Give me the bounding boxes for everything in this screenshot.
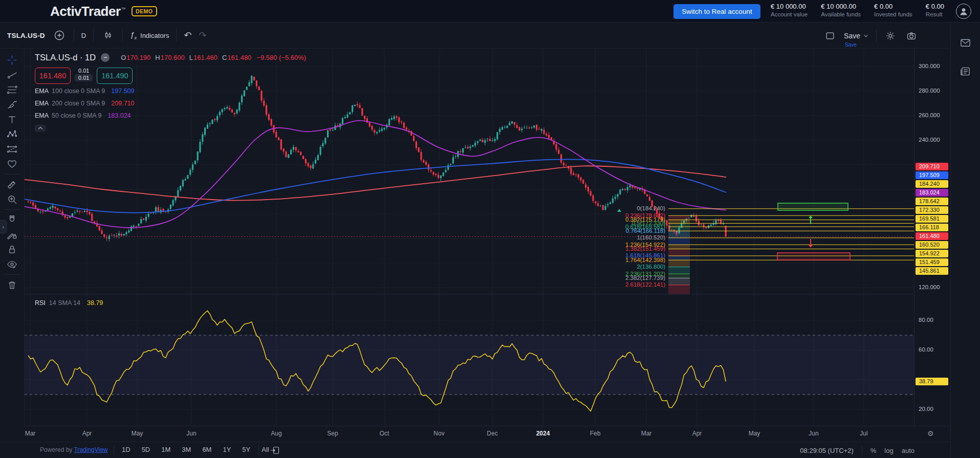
divider — [5, 274, 20, 275]
range-5d-button[interactable]: 5D — [142, 446, 150, 453]
screenshot-camera-icon[interactable] — [904, 29, 919, 43]
save-layout-button[interactable]: Save Save — [844, 32, 869, 40]
account-stats: € 10 000.00 Account value € 10 000.00 Av… — [771, 3, 944, 17]
symbol-name[interactable]: TSLA.US-D — [7, 32, 45, 39]
range-all-button[interactable]: All — [262, 446, 269, 453]
time-axis-label: Mar — [25, 430, 36, 437]
crosshair-tool-icon[interactable] — [4, 53, 21, 68]
price-tag: 154.922 — [916, 250, 948, 257]
divider — [862, 446, 862, 455]
remove-all-tool-icon[interactable] — [4, 277, 21, 292]
powered-by: Powered by TradingView — [40, 446, 108, 453]
avatar[interactable] — [956, 4, 971, 19]
indicator-row[interactable]: EMA50 close 0 SMA 9 183.024 — [35, 110, 306, 122]
divider — [74, 29, 74, 41]
buy-button[interactable]: 161.490 — [97, 68, 133, 84]
trend-line-tool-icon[interactable] — [4, 68, 21, 82]
rsi-axis-label: 60.00 — [919, 346, 933, 353]
divider — [5, 209, 20, 210]
activtrader-app: ActivTrader™ DEMO Switch to Real account… — [0, 0, 980, 458]
redo-icon[interactable]: ↷ — [199, 30, 207, 41]
price-tag: 184.240 — [916, 180, 948, 188]
collapse-indicators-button[interactable] — [35, 125, 46, 132]
range-1d-button[interactable]: 1D — [122, 446, 130, 453]
fib-retracement-tool-icon[interactable] — [4, 82, 21, 97]
bottom-bar: Powered by TradingView 1D5D1M3M6M1Y5YAll… — [0, 442, 950, 458]
emoji-heart-tool-icon[interactable] — [4, 157, 21, 171]
price-tag: 178.642 — [916, 198, 948, 205]
news-icon[interactable] — [960, 66, 971, 79]
chevron-down-icon — [862, 32, 869, 39]
indicators-button[interactable]: ƒx Indicators — [130, 30, 169, 40]
ruler-tool-icon[interactable] — [4, 177, 21, 192]
divider — [876, 30, 877, 42]
time-axis[interactable]: ⚙ MarAprMayJunAugSepOctNovDec2024FebMarA… — [25, 426, 950, 442]
range-6m-button[interactable]: 6M — [202, 446, 211, 453]
svg-text:0.764(166.118): 0.764(166.118) — [626, 228, 665, 234]
svg-text:2.618(122.141): 2.618(122.141) — [625, 281, 665, 288]
time-axis-label: Aug — [271, 430, 281, 437]
legend-symbol-title[interactable]: TSLA.US-d · 1D — [35, 53, 96, 62]
mail-icon[interactable] — [960, 37, 971, 51]
go-to-date-icon[interactable] — [270, 445, 280, 457]
hide-legend-icon[interactable]: − — [101, 53, 110, 62]
time-axis-label: Jul — [860, 430, 867, 437]
interval-button[interactable]: D — [81, 32, 86, 39]
rsi-value-tag: 38.79 — [916, 378, 948, 385]
account-stat: € 10 000.00 Available funds — [821, 3, 861, 17]
account-stat: € 10 000.00 Account value — [771, 3, 808, 17]
log-scale-option[interactable]: log — [884, 447, 893, 454]
percent-scale-option[interactable]: % — [870, 447, 877, 454]
chart-style-icon[interactable] — [101, 28, 115, 42]
indicator-row[interactable]: EMA100 close 0 SMA 9 197.509 — [35, 85, 306, 97]
add-symbol-icon[interactable] — [52, 28, 67, 42]
svg-text:0(184.240): 0(184.240) — [637, 205, 665, 211]
app-logo: ActivTrader™ — [50, 4, 125, 19]
divider — [176, 29, 177, 41]
account-stat: € 0.00 Result — [926, 3, 944, 17]
hide-all-tool-icon[interactable] — [4, 257, 21, 272]
time-axis-settings-icon[interactable]: ⚙ — [927, 429, 934, 438]
zoom-in-tool-icon[interactable] — [4, 192, 21, 207]
account-stat: € 0.00 Invested funds — [874, 3, 912, 17]
sell-button[interactable]: 161.480 — [35, 68, 71, 84]
range-3m-button[interactable]: 3M — [182, 446, 191, 453]
drawing-toolbar — [0, 49, 25, 426]
brush-tool-icon[interactable] — [4, 97, 21, 112]
tradingview-link[interactable]: TradingView — [74, 446, 108, 453]
time-axis-label: Jun — [186, 430, 196, 437]
svg-text:1.382(151.459): 1.382(151.459) — [625, 246, 665, 252]
undo-icon[interactable]: ↶ — [184, 30, 191, 41]
divider — [122, 29, 123, 41]
divider — [5, 174, 20, 175]
lock-all-tool-icon[interactable] — [4, 242, 21, 257]
svg-text:2(136.800): 2(136.800) — [637, 264, 665, 270]
range-1y-button[interactable]: 1Y — [223, 446, 231, 453]
auto-scale-option[interactable]: auto — [902, 447, 914, 454]
xabcd-pattern-tool-icon[interactable] — [4, 127, 21, 142]
time-axis-label: Nov — [433, 430, 444, 437]
layout-icon[interactable] — [823, 29, 837, 43]
price-tag: 172.330 — [916, 206, 948, 214]
indicator-row[interactable]: EMA200 close 0 SMA 9 209.710 — [35, 97, 306, 110]
price-tag: 160.520 — [916, 241, 948, 249]
price-axis-label: 280.000 — [919, 88, 940, 94]
price-tag: 151.459 — [916, 258, 948, 266]
spread: 0.01 0.01 — [75, 68, 93, 81]
range-1m-button[interactable]: 1M — [161, 446, 170, 453]
text-tool-icon[interactable] — [4, 112, 21, 127]
price-tag: 161.480 — [916, 232, 948, 240]
price-axis-label: 240.000 — [919, 137, 940, 143]
long-position-tool-icon[interactable] — [4, 142, 21, 157]
settings-gear-icon[interactable] — [883, 29, 898, 43]
switch-to-real-account-button[interactable]: Switch to Real account — [673, 4, 760, 19]
chart-legend: TSLA.US-d · 1D − O170.190H170.600L161.46… — [35, 51, 306, 132]
range-5y-button[interactable]: 5Y — [242, 446, 250, 453]
app-header: ActivTrader™ DEMO Switch to Real account… — [0, 0, 980, 23]
axis-options: 08:29:05 (UTC+2) % log auto — [800, 446, 914, 455]
divider — [93, 29, 94, 41]
watchlist-expand-tab[interactable]: › — [0, 220, 7, 233]
price-axis[interactable]: 300.000280.000260.000240.000120.000209.7… — [914, 49, 950, 426]
clock[interactable]: 08:29:05 (UTC+2) — [800, 447, 853, 454]
right-sidebar — [950, 23, 980, 458]
